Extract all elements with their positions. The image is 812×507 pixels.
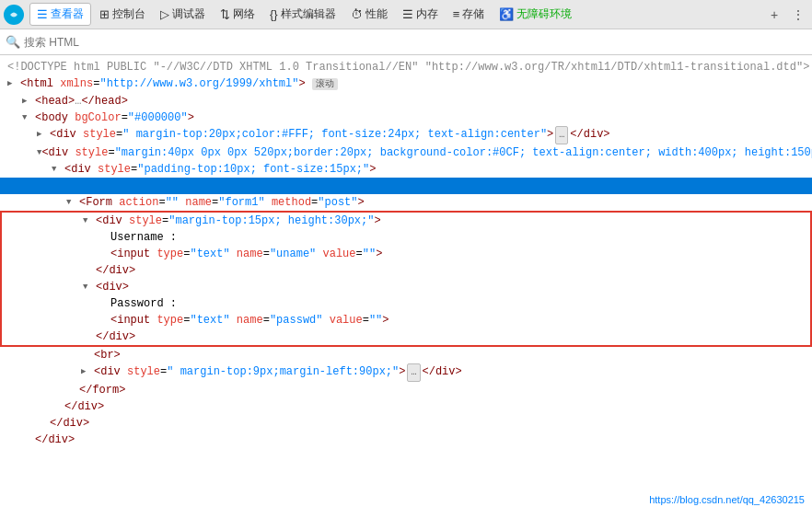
line-content: <Form action="" name="form1" method="pos… — [79, 194, 365, 211]
line-content: </form> — [79, 382, 125, 398]
code-line-10[interactable]: Username : — [0, 229, 812, 246]
line-content: </div> — [64, 398, 104, 415]
code-line-21[interactable]: </div> — [0, 415, 812, 432]
line-content: Password : — [110, 295, 177, 312]
line-content: <!DOCTYPE html PUBLIC "-//W3C//DTD XHTML… — [7, 59, 809, 75]
tab-memory[interactable]: ☰ 内存 — [396, 4, 445, 25]
line-content: </div> — [96, 262, 135, 279]
code-line-3[interactable]: ▼<body bgColor="#000000"> — [0, 109, 812, 126]
code-line-22[interactable]: </div> — [0, 432, 812, 448]
network-icon: ⇅ — [220, 7, 230, 21]
expand-arrow[interactable]: ▶ — [7, 75, 20, 92]
line-content: <div style="margin-top:15px; height:30px… — [96, 213, 381, 229]
line-content: <html xmlns="http://www.w3.org/1999/xhtm… — [20, 75, 338, 93]
tab-storage[interactable]: ≡ 存储 — [447, 4, 492, 25]
more-button[interactable]: ⋮ — [788, 5, 808, 25]
expand-arrow[interactable]: ▶ — [22, 93, 35, 109]
tab-accessibility[interactable]: ♿ 无障碍环境 — [493, 4, 578, 25]
tab-style-editor[interactable]: {} 样式编辑器 — [263, 4, 342, 25]
console-icon: ⊞ — [99, 7, 110, 21]
style-editor-icon: {} — [270, 7, 278, 21]
code-line-13[interactable]: ▼<div> — [0, 279, 812, 295]
line-content: <body bgColor="#000000"> — [35, 109, 194, 126]
code-line-5[interactable]: ▼<div style="margin:40px 0px 0px 520px;b… — [0, 144, 812, 161]
expand-arrow[interactable]: ▼ — [83, 279, 96, 295]
expand-arrow[interactable]: ▼ — [83, 213, 96, 229]
line-content: <div style="padding-top:10px; font-size:… — [64, 161, 376, 178]
line-content: Username : — [110, 229, 177, 246]
expand-arrow[interactable]: ▼ — [22, 109, 35, 126]
devtools-logo — [4, 5, 24, 25]
expand-arrow[interactable]: ▶ — [37, 126, 50, 143]
code-line-11[interactable]: <input type="text" name="uname" value=""… — [0, 246, 812, 262]
code-line-19[interactable]: </form> — [0, 382, 812, 398]
toolbar: ☰ 查看器 ⊞ 控制台 ▷ 调试器 ⇅ 网络 {} 样式编辑器 ⏱ 性能 ☰ 内… — [0, 0, 812, 29]
code-line-14[interactable]: Password : — [0, 295, 812, 312]
tab-console[interactable]: ⊞ 控制台 — [93, 4, 152, 25]
code-line-18[interactable]: ▶<div style=" margin-top:9px;margin-left… — [0, 363, 812, 382]
code-line-7[interactable] — [0, 178, 812, 194]
line-content: <br> — [94, 347, 121, 363]
code-line-8[interactable]: ▼<Form action="" name="form1" method="po… — [0, 194, 812, 211]
line-content: <input type="text" name="uname" value=""… — [110, 246, 382, 262]
inspector-icon: ☰ — [37, 7, 48, 21]
debugger-icon: ▷ — [160, 7, 169, 21]
toolbar-right: + ⋮ — [764, 5, 808, 25]
code-area[interactable]: <!DOCTYPE html PUBLIC "-//W3C//DTD XHTML… — [0, 55, 812, 507]
tab-debugger[interactable]: ▷ 调试器 — [154, 4, 212, 25]
search-input[interactable] — [24, 36, 806, 49]
code-line-9[interactable]: ▼<div style="margin-top:15px; height:30p… — [0, 211, 812, 229]
code-line-17[interactable]: <br> — [0, 347, 812, 363]
memory-icon: ☰ — [402, 7, 413, 21]
search-icon: 🔍 — [6, 35, 20, 49]
line-content: </div> — [35, 432, 75, 448]
tab-inspector[interactable]: ☰ 查看器 — [29, 3, 91, 26]
code-line-4[interactable]: ▶<div style=" margin-top:20px;color:#FFF… — [0, 126, 812, 144]
tab-network[interactable]: ⇅ 网络 — [214, 4, 261, 25]
status-bar: https://blog.csdn.net/qq_42630215 — [642, 492, 812, 507]
line-content: <div style="margin:40px 0px 0px 520px;bo… — [41, 144, 812, 161]
line-content: <div> — [96, 279, 129, 295]
code-line-2[interactable]: ▶<head>…</head> — [0, 93, 812, 109]
code-line-20[interactable]: </div> — [0, 398, 812, 415]
storage-icon: ≡ — [453, 7, 460, 21]
expand-arrow[interactable]: ▼ — [66, 194, 79, 211]
add-button[interactable]: + — [764, 5, 784, 25]
code-line-1[interactable]: ▶<html xmlns="http://www.w3.org/1999/xht… — [0, 75, 812, 93]
search-bar: 🔍 — [0, 29, 812, 55]
line-content: <head>…</head> — [35, 93, 128, 109]
line-content: <div style=" margin-top:20px;color:#FFF;… — [50, 126, 610, 144]
code-line-0[interactable]: <!DOCTYPE html PUBLIC "-//W3C//DTD XHTML… — [0, 59, 812, 75]
line-content: <input type="text" name="passwd" value="… — [110, 312, 389, 328]
line-content: </div> — [96, 328, 135, 345]
tab-performance[interactable]: ⏱ 性能 — [344, 4, 394, 25]
code-line-6[interactable]: ▼<div style="padding-top:10px; font-size… — [0, 161, 812, 178]
code-line-12[interactable]: </div> — [0, 262, 812, 279]
expand-arrow[interactable]: ▼ — [52, 161, 64, 178]
performance-icon: ⏱ — [351, 7, 363, 21]
line-content: </div> — [50, 415, 89, 432]
line-content: <div style=" margin-top:9px;margin-left:… — [94, 363, 462, 382]
code-line-15[interactable]: <input type="text" name="passwd" value="… — [0, 312, 812, 328]
expand-arrow[interactable]: ▶ — [81, 363, 94, 380]
code-line-16[interactable]: </div> — [0, 328, 812, 347]
accessibility-icon: ♿ — [499, 7, 514, 21]
